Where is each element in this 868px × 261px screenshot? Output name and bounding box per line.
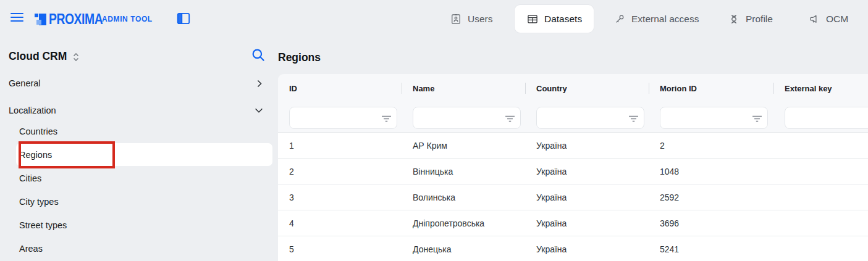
table-cell: 1048 <box>649 159 773 184</box>
table-row[interactable]: 5ДонецькаУкраїна5241 <box>278 236 868 261</box>
sidebar-item-cities[interactable]: Cities <box>0 167 272 190</box>
table-cell: Україна <box>525 184 649 210</box>
filter-lines-icon[interactable] <box>505 115 515 123</box>
sidebar-group-label: General <box>9 78 41 88</box>
nav-item-datasets[interactable]: Datasets <box>515 5 594 33</box>
brand-name: PROXIMA <box>49 11 93 28</box>
proxima-logo-icon <box>35 14 46 25</box>
brand-suffix: ADMIN TOOL <box>102 15 153 23</box>
sidebar-item-label: Regions <box>19 150 52 160</box>
sidebar-item-label: Cities <box>19 173 41 183</box>
megaphone-icon <box>808 13 820 25</box>
sidebar-item-label: Areas <box>19 244 43 254</box>
table-cell <box>773 236 868 261</box>
filter-lines-icon[interactable] <box>628 115 639 123</box>
table-cell: 2592 <box>649 184 773 210</box>
brand-logo: PROXIMA ADMIN TOOL <box>35 9 153 30</box>
nav-item-label: Users <box>468 14 492 25</box>
sidebar-item-city-types[interactable]: City types <box>0 190 272 213</box>
table-row[interactable]: 3ВолинськаУкраїна2592 <box>278 184 868 210</box>
sidebar-item-regions[interactable]: Regions <box>0 143 272 167</box>
sidebar-group-general[interactable]: General <box>0 72 272 95</box>
table-cell: Україна <box>525 210 649 236</box>
menu-icon[interactable] <box>11 13 23 22</box>
chevron-right-icon <box>255 79 264 88</box>
column-header-country[interactable]: Country <box>525 74 649 103</box>
sidebar-item-label: Countries <box>19 126 57 136</box>
filter-cell-country <box>525 103 649 132</box>
sidebar-item-label: City types <box>19 197 59 207</box>
table-header-row: IDNameCountryMorion IDExternal key <box>278 74 868 103</box>
sidebar-group-localization[interactable]: Localization <box>0 99 272 122</box>
nav-item-ocm[interactable]: OCM <box>808 0 848 38</box>
column-header-id[interactable]: ID <box>278 74 402 103</box>
topbar: PROXIMA ADMIN TOOL UsersDatasetsExternal… <box>0 0 868 38</box>
table-row[interactable]: 2ВінницькаУкраїна1048 <box>278 159 868 184</box>
table-cell: Україна <box>525 133 649 158</box>
sidebar-item-areas[interactable]: Areas <box>0 237 272 260</box>
table-cell: 1 <box>278 133 402 158</box>
table-cell: 5 <box>278 236 402 261</box>
filter-input-external-key[interactable] <box>785 107 868 129</box>
table-filter-row <box>278 103 868 133</box>
regions-table: IDNameCountryMorion IDExternal key 1АР К… <box>278 74 868 261</box>
table-cell: Україна <box>525 236 649 261</box>
sidebar-item-street-types[interactable]: Street types <box>0 213 272 237</box>
search-icon[interactable] <box>250 47 267 64</box>
table-cell: Дніпропетровська <box>402 210 525 236</box>
column-header-external-key[interactable]: External key <box>773 74 868 103</box>
table-cell: 3 <box>278 184 402 210</box>
table-cell: 2 <box>649 133 773 158</box>
dna-icon <box>728 13 740 25</box>
table-icon <box>526 13 539 25</box>
panel-toggle-icon[interactable] <box>175 10 192 27</box>
table-cell: АР Крим <box>402 133 525 158</box>
filter-cell-external-key <box>773 103 868 132</box>
filter-cell-morion-id <box>649 103 773 132</box>
project-name: Cloud CRM <box>9 50 67 63</box>
sidebar: Cloud CRM GeneralLocalization CountriesR… <box>0 38 272 261</box>
column-header-name[interactable]: Name <box>402 74 525 103</box>
filter-lines-icon[interactable] <box>752 115 762 123</box>
key-icon <box>613 13 626 25</box>
updown-icon <box>72 52 80 62</box>
filter-lines-icon[interactable] <box>381 115 392 123</box>
nav-item-label: Profile <box>746 14 773 25</box>
table-cell: Україна <box>525 159 649 184</box>
table-cell: 3696 <box>649 210 773 236</box>
table-cell: 4 <box>278 210 402 236</box>
table-cell: Вінницька <box>402 159 525 184</box>
project-selector[interactable]: Cloud CRM <box>9 44 80 68</box>
nav-item-profile[interactable]: Profile <box>728 0 773 38</box>
table-row[interactable]: 1АР КримУкраїна2 <box>278 133 868 159</box>
nav-item-external-access[interactable]: External access <box>613 0 699 38</box>
page-title: Regions <box>278 46 321 69</box>
table-cell: Волинська <box>402 184 525 210</box>
chevron-down-icon <box>254 106 264 115</box>
table-cell <box>773 184 868 210</box>
table-body: 1АР КримУкраїна22ВінницькаУкраїна10483Во… <box>278 133 868 261</box>
id-badge-icon <box>450 13 462 25</box>
table-cell: 5241 <box>649 236 773 261</box>
table-cell <box>773 210 868 236</box>
table-row[interactable]: 4ДніпропетровськаУкраїна3696 <box>278 210 868 236</box>
sidebar-item-label: Street types <box>19 220 67 230</box>
nav-item-users[interactable]: Users <box>450 0 492 38</box>
table-cell <box>773 159 868 184</box>
filter-cell-name <box>402 103 525 132</box>
filter-cell-id <box>278 103 402 132</box>
table-cell: Донецька <box>402 236 525 261</box>
table-cell: 2 <box>278 159 402 184</box>
table-cell <box>773 133 868 158</box>
nav-item-label: Datasets <box>544 14 582 25</box>
column-header-morion-id[interactable]: Morion ID <box>649 74 773 103</box>
sidebar-group-label: Localization <box>9 106 56 115</box>
sidebar-item-countries[interactable]: Countries <box>0 120 272 143</box>
nav-item-label: OCM <box>826 14 848 25</box>
nav-item-label: External access <box>631 14 699 25</box>
